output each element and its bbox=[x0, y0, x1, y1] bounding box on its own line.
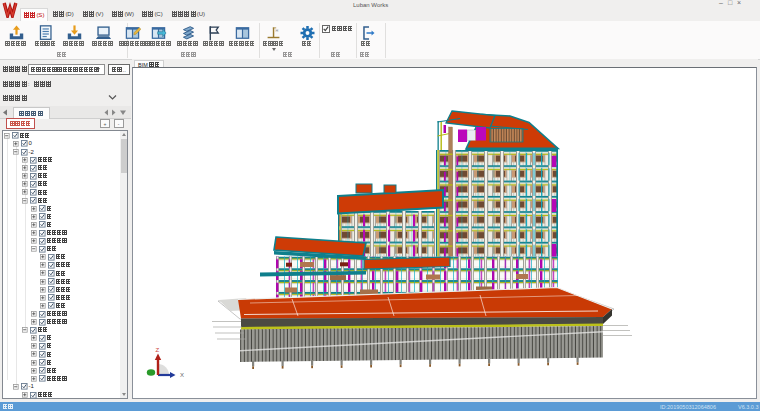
svg-text:H: H bbox=[276, 28, 279, 32]
svg-text:X: X bbox=[180, 372, 184, 378]
svg-text:Z: Z bbox=[156, 347, 160, 353]
